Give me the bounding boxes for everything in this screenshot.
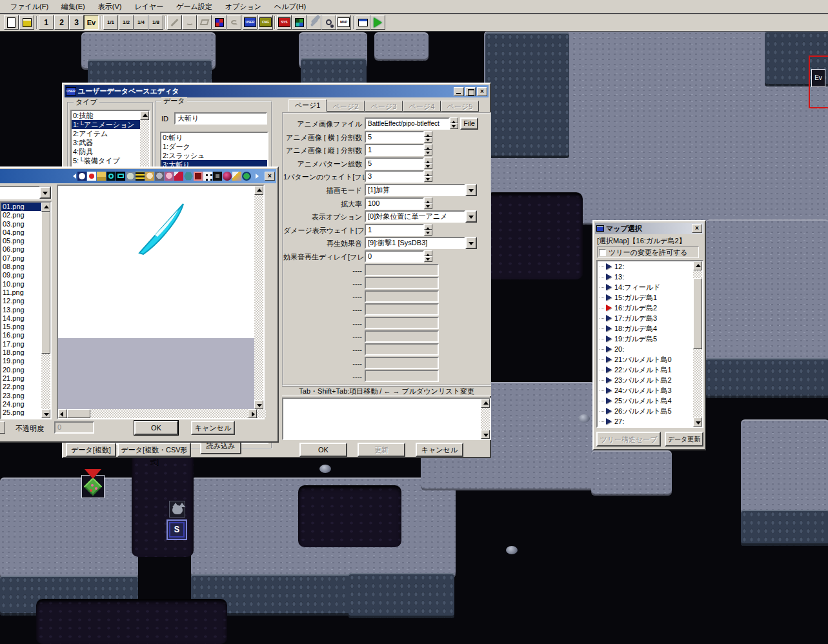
menu-item[interactable]: オプション: [219, 0, 268, 13]
file-list[interactable]: 01.png02.png03.png04.png05.png06.png07.p…: [0, 201, 52, 419]
map-tree-item[interactable]: 15:ガルデ島1: [598, 292, 693, 303]
file-item[interactable]: 19.png: [1, 357, 41, 365]
file-item[interactable]: 22.png: [1, 383, 41, 391]
zoom-1-4-button[interactable]: 1/4: [134, 15, 148, 30]
teal-hexagon-icon[interactable]: [184, 172, 193, 181]
tileset-button[interactable]: [212, 15, 227, 30]
map-tree-scrollbar[interactable]: [693, 261, 702, 427]
map-tree-item[interactable]: 20:: [598, 344, 693, 354]
combo-arrow[interactable]: [39, 186, 51, 199]
file-button[interactable]: File: [460, 117, 478, 130]
db-cancel-button[interactable]: キャンセル: [416, 443, 463, 457]
preview-hscrollbar[interactable]: [58, 409, 266, 418]
db-update-button[interactable]: 更新: [358, 443, 405, 457]
file-item[interactable]: 09.png: [1, 271, 41, 279]
save-point-event[interactable]: S: [167, 519, 187, 540]
pen-tool-button[interactable]: [167, 15, 182, 30]
spinner[interactable]: [424, 197, 432, 209]
file-item[interactable]: 12.png: [1, 297, 41, 305]
field-value-input[interactable]: 0: [365, 250, 424, 263]
dropdown-arrow[interactable]: [465, 237, 477, 249]
globe-icon[interactable]: [126, 172, 135, 181]
close-button[interactable]: ×: [477, 87, 487, 96]
gray-face-icon[interactable]: [155, 172, 164, 181]
minimize-button[interactable]: [454, 87, 464, 96]
anime-face-icon[interactable]: [145, 172, 154, 181]
db-ok-button[interactable]: OK: [299, 443, 347, 457]
data-list-item[interactable]: 0:斬り: [161, 133, 267, 142]
page-tab[interactable]: ページ3: [365, 101, 403, 112]
red-sphere-icon[interactable]: [223, 172, 232, 181]
system-db-button[interactable]: SYS: [277, 15, 292, 30]
file-item[interactable]: 06.png: [1, 245, 41, 254]
curve-tool-button[interactable]: [182, 15, 197, 30]
file-item[interactable]: 17.png: [1, 340, 41, 348]
chevron-right-icon[interactable]: [252, 172, 261, 181]
new-file-button[interactable]: [4, 15, 19, 30]
file-item[interactable]: 08.png: [1, 263, 41, 271]
map-tree-item[interactable]: 26:パルメルト島5: [598, 406, 693, 416]
file-item[interactable]: 21.png: [1, 374, 41, 383]
file-item[interactable]: 14.png: [1, 314, 41, 323]
type-list-item[interactable]: 2:アイテム: [72, 129, 140, 138]
menu-item[interactable]: 表示(V): [92, 0, 128, 13]
file-item[interactable]: 15.png: [1, 323, 41, 331]
description-scrollbar[interactable]: [481, 399, 490, 439]
map-tree-item[interactable]: 22:パルメルト島1: [598, 365, 693, 375]
map-ev-cell[interactable]: Ev: [811, 69, 825, 87]
zoom-1-2-button[interactable]: 1/2: [119, 15, 134, 30]
file-item[interactable]: 10.png: [1, 280, 41, 288]
type-list-item[interactable]: 4:防具: [72, 147, 140, 156]
field-dropdown[interactable]: [1]加算: [365, 184, 465, 196]
type-list-item[interactable]: 0:技能: [72, 111, 140, 120]
file-item[interactable]: 13.png: [1, 306, 41, 314]
changeable-db-button[interactable]: CNG: [258, 15, 273, 30]
file-item[interactable]: 20.png: [1, 366, 41, 374]
map-tree[interactable]: 12: 13: 14:フィールド 15:ガルデ島1: [596, 260, 703, 428]
map-tree-item[interactable]: 24:パルメルト島3: [598, 385, 693, 396]
cat-event[interactable]: [169, 501, 185, 518]
settings-wrench-button[interactable]: [307, 15, 321, 30]
map-tree-item[interactable]: 19:ガルデ島5: [598, 334, 693, 344]
window-list-button[interactable]: [356, 15, 370, 30]
file-picker-titlebar[interactable]: ×: [0, 169, 276, 183]
spinner[interactable]: [424, 131, 432, 143]
picker-cancel-button[interactable]: キャンセル: [191, 421, 235, 435]
file-item[interactable]: 16.png: [1, 331, 41, 339]
tile-palette-button[interactable]: [292, 15, 307, 30]
spinner[interactable]: [424, 170, 432, 182]
tree-save-button[interactable]: ツリー構造セーブ: [596, 432, 661, 447]
anim-file-input[interactable]: BattleEffect/pipo-btleffect: [365, 117, 450, 130]
maximize-button[interactable]: [465, 87, 476, 96]
map-tree-item[interactable]: 23:パルメルト島2: [598, 375, 693, 385]
spinner[interactable]: [424, 250, 432, 262]
field-dropdown[interactable]: [0]対象位置に単一アニメ: [365, 210, 465, 223]
record-dot-icon[interactable]: [87, 172, 96, 181]
menu-item[interactable]: 編集(E): [55, 0, 92, 13]
file-list-scrollbar[interactable]: [41, 203, 50, 418]
preview-vscrollbar[interactable]: [254, 186, 263, 409]
field-value-input[interactable]: 5: [365, 131, 424, 143]
field-value-input[interactable]: 100: [365, 197, 424, 210]
file-item[interactable]: 03.png: [1, 220, 41, 228]
spinner[interactable]: [450, 117, 458, 129]
field-value-input[interactable]: 5: [365, 157, 424, 170]
layer1-button[interactable]: 1: [39, 15, 54, 30]
menu-item[interactable]: レイヤー: [128, 0, 170, 13]
id-input[interactable]: 大斬り: [174, 112, 267, 125]
tree-edit-checkbox[interactable]: [599, 249, 606, 256]
picker-ok-button[interactable]: OK: [134, 421, 178, 435]
data-list-item[interactable]: 1:ダーク: [161, 142, 267, 151]
map-tree-item[interactable]: 13:: [598, 272, 693, 282]
file-item[interactable]: 04.png: [1, 228, 41, 237]
red-banner-icon[interactable]: [174, 172, 183, 181]
save-button[interactable]: [19, 15, 34, 30]
map-tree-item[interactable]: 14:フィールド: [598, 282, 693, 292]
map-tree-item[interactable]: 17:ガルデ島3: [598, 313, 693, 323]
image-preview[interactable]: [57, 185, 265, 419]
field-value-input[interactable]: 1: [365, 224, 424, 236]
earth-icon[interactable]: [242, 172, 251, 181]
spinner[interactable]: [424, 157, 432, 169]
undo-button[interactable]: [227, 15, 241, 30]
white-circle-icon[interactable]: [77, 172, 86, 181]
